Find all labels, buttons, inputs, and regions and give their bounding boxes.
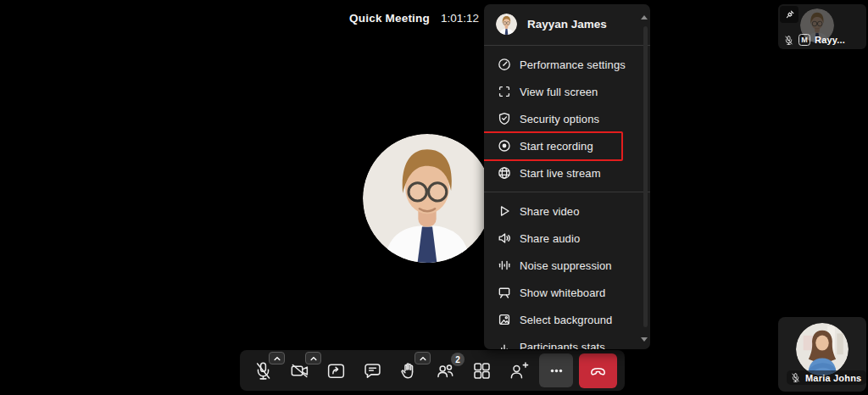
pinned-participant-label: M Rayy... (783, 34, 845, 46)
self-view-label: Maria Johns (787, 370, 866, 385)
hand-options-expander[interactable] (415, 352, 431, 364)
scroll-up-icon[interactable] (641, 15, 648, 19)
user-name: Rayyan James (527, 18, 607, 31)
menu-item-select-background[interactable]: Select background (484, 306, 650, 333)
chat-icon (362, 360, 383, 381)
share-video-icon (498, 204, 511, 218)
menu-item-share-audio[interactable]: Share audio (484, 225, 650, 252)
share-screen-button[interactable] (320, 353, 351, 387)
menu-item-show-whiteboard[interactable]: Show whiteboard (484, 279, 650, 306)
mute-button[interactable] (248, 353, 278, 387)
meeting-timer: 1:01:12 (441, 12, 479, 25)
record-icon (498, 139, 511, 153)
menu-item-start-recording[interactable]: Start recording (484, 132, 650, 159)
pinned-participant-tile[interactable]: M Rayy... (778, 4, 866, 49)
fullscreen-icon (498, 85, 511, 98)
meeting-header: Quick Meeting 1:01:12 (0, 12, 479, 25)
menu-item-start-live-stream[interactable]: Start live stream (484, 159, 650, 186)
menu-divider (484, 45, 650, 46)
menu-scrollbar[interactable] (643, 26, 648, 327)
more-options-menu: Rayyan James Performance settings View f… (484, 4, 650, 349)
select-background-icon (498, 313, 511, 326)
menu-item-participants-stats[interactable]: Participants stats (484, 333, 650, 349)
self-view-tile[interactable]: Maria Johns (778, 317, 866, 392)
menu-item-noise-suppression[interactable]: Noise suppression (484, 252, 650, 279)
hang-up-icon (587, 360, 609, 381)
share-audio-icon (498, 231, 511, 245)
chat-button[interactable] (357, 353, 387, 387)
participants-count-badge: 2 (451, 353, 465, 366)
grid-view-icon (471, 360, 492, 381)
menu-divider (484, 192, 650, 192)
add-participant-icon (508, 360, 529, 381)
camera-button[interactable] (284, 353, 314, 387)
moderator-badge: M (798, 34, 810, 46)
menu-item-view-full-screen[interactable]: View full screen (484, 78, 650, 105)
live-stream-icon (498, 166, 511, 180)
muted-mic-icon (790, 372, 801, 383)
menu-user-row[interactable]: Rayyan James (484, 4, 650, 43)
menu-section-settings: Performance settings View full screen Se… (484, 47, 650, 190)
menu-item-performance-settings[interactable]: Performance settings (484, 51, 650, 78)
performance-icon (498, 58, 511, 71)
camera-options-expander[interactable] (305, 352, 321, 364)
pin-icon[interactable] (780, 6, 798, 23)
main-participant-avatar (363, 134, 492, 263)
whiteboard-icon (498, 286, 511, 299)
call-controls-toolbar: 2 (240, 350, 625, 391)
scroll-down-icon[interactable] (641, 337, 648, 342)
grid-view-button[interactable] (466, 353, 497, 387)
participant-name: Rayy... (815, 35, 845, 45)
menu-item-security-options[interactable]: Security options (484, 105, 650, 132)
participant-name: Maria Johns (805, 373, 861, 383)
mic-options-expander[interactable] (269, 352, 285, 364)
share-screen-icon (326, 360, 347, 381)
security-icon (498, 112, 511, 125)
raise-hand-button[interactable] (393, 353, 424, 387)
menu-item-share-video[interactable]: Share video (484, 198, 650, 225)
more-options-icon (546, 360, 567, 381)
meeting-title: Quick Meeting (349, 12, 430, 25)
self-avatar (796, 323, 849, 376)
chevron-up-icon (419, 355, 427, 362)
chevron-up-icon (273, 355, 281, 362)
meeting-stage: Quick Meeting 1:01:12 Rayyan James Perfo… (0, 0, 868, 395)
more-options-button[interactable] (539, 353, 573, 387)
participants-stats-icon (498, 340, 511, 349)
menu-section-sharing: Share video Share audio Noise suppressio… (484, 194, 650, 349)
muted-mic-icon (783, 35, 794, 46)
chevron-up-icon (309, 355, 318, 362)
hangup-button[interactable] (579, 353, 617, 388)
participants-button[interactable]: 2 (430, 353, 460, 387)
add-participant-button[interactable] (503, 353, 533, 387)
noise-suppression-icon (498, 259, 511, 272)
user-avatar (496, 14, 517, 35)
person-avatar-image (363, 134, 492, 263)
